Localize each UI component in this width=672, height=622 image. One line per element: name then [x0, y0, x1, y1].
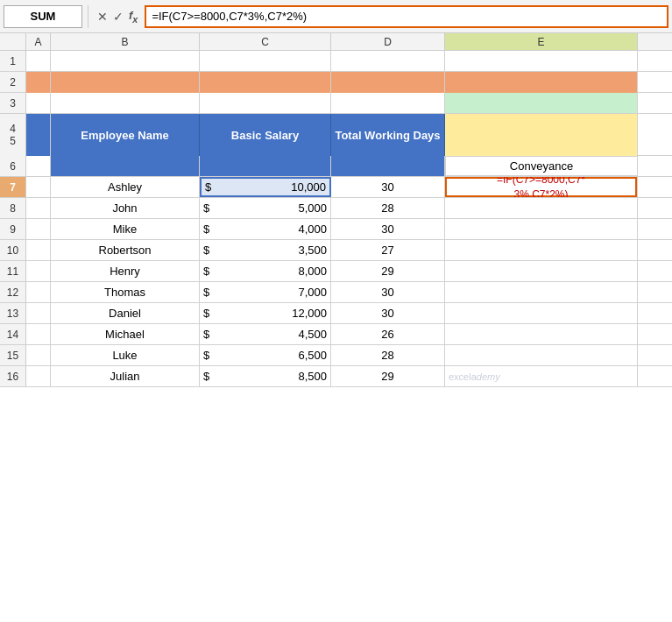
cell-a2[interactable] — [26, 72, 51, 93]
cell-c16[interactable]: $8,500 — [200, 366, 331, 386]
cell-d13[interactable]: 30 — [331, 303, 445, 323]
cell-a10[interactable] — [26, 240, 51, 260]
row-num-10: 10 — [0, 240, 26, 260]
spreadsheet: A B C D E 1 2 3 — [0, 33, 672, 387]
cell-c6[interactable] — [200, 156, 331, 176]
col-header-a[interactable]: A — [26, 33, 51, 50]
cell-e3[interactable] — [445, 93, 638, 113]
confirm-icon[interactable]: ✓ — [113, 10, 124, 24]
cell-d4-header[interactable]: Total Working Days — [331, 114, 445, 156]
cell-a3[interactable] — [26, 93, 51, 113]
watermark: excelademy — [449, 371, 500, 382]
cell-e14[interactable] — [445, 324, 638, 344]
cell-d16[interactable]: 29 — [331, 366, 445, 386]
cell-b7[interactable]: Ashley — [51, 177, 200, 197]
col-header-b[interactable]: B — [51, 33, 200, 50]
cell-e9[interactable] — [445, 219, 638, 239]
dollar-c7: $ — [205, 180, 211, 194]
formula-input[interactable]: =IF(C7>=8000,C7*3%,C7*2%) — [145, 5, 668, 28]
cell-d7[interactable]: 30 — [331, 177, 445, 197]
cell-d14[interactable]: 26 — [331, 324, 445, 344]
cell-d11[interactable]: 29 — [331, 261, 445, 281]
cell-c12[interactable]: $7,000 — [200, 282, 331, 302]
cell-c1[interactable] — [200, 51, 331, 71]
cell-e2[interactable] — [445, 72, 638, 93]
cell-a11[interactable] — [26, 261, 51, 281]
cell-c15[interactable]: $6,500 — [200, 345, 331, 365]
corner-cell — [0, 33, 26, 50]
cell-b15[interactable]: Luke — [51, 345, 200, 365]
cell-e4[interactable] — [445, 114, 638, 156]
cell-b10[interactable]: Robertson — [51, 240, 200, 260]
fx-icon[interactable]: fx — [129, 9, 138, 25]
cell-c10[interactable]: $3,500 — [200, 240, 331, 260]
row-12: 12 Thomas $7,000 30 — [0, 282, 672, 303]
cell-d1[interactable] — [331, 51, 445, 71]
cell-c9[interactable]: $4,000 — [200, 219, 331, 239]
cell-d6[interactable] — [331, 156, 445, 176]
cell-d10[interactable]: 27 — [331, 240, 445, 260]
cell-e11[interactable] — [445, 261, 638, 281]
cell-a14[interactable] — [26, 324, 51, 344]
row-num-2: 2 — [0, 72, 26, 92]
col-header-c[interactable]: C — [200, 33, 331, 50]
row-2: 2 — [0, 72, 672, 93]
cell-d15[interactable]: 28 — [331, 345, 445, 365]
cell-b14[interactable]: Michael — [51, 324, 200, 344]
row-8: 8 John $5,000 28 — [0, 198, 672, 219]
cell-a6[interactable] — [26, 156, 51, 176]
cell-e13[interactable] — [445, 303, 638, 323]
row-num-3: 3 — [0, 93, 26, 113]
salary-c7: 10,000 — [213, 180, 326, 194]
cell-b8[interactable]: John — [51, 198, 200, 218]
cell-e10[interactable] — [445, 240, 638, 260]
cell-b4-header[interactable]: Employee Name — [51, 114, 200, 156]
cell-e6-conveyance[interactable]: Conveyance — [445, 156, 638, 176]
cell-a8[interactable] — [26, 198, 51, 218]
cell-b16[interactable]: Julian — [51, 366, 200, 386]
cell-c3[interactable] — [200, 93, 331, 113]
cell-a15[interactable] — [26, 345, 51, 365]
cell-c13[interactable]: $12,000 — [200, 303, 331, 323]
cell-c14[interactable]: $4,500 — [200, 324, 331, 344]
row-num-7: 7 — [0, 177, 26, 197]
cell-a13[interactable] — [26, 303, 51, 323]
row-num-13: 13 — [0, 303, 26, 323]
cell-e16[interactable]: excelademy — [445, 366, 638, 386]
cell-d8[interactable]: 28 — [331, 198, 445, 218]
row-7: 7 Ashley $ 10,000 30 =IF(C7>=8000,C7*3%,… — [0, 177, 672, 198]
cell-b11[interactable]: Henry — [51, 261, 200, 281]
cell-c8[interactable]: $5,000 — [200, 198, 331, 218]
cell-b3[interactable] — [51, 93, 200, 113]
cell-c11[interactable]: $8,000 — [200, 261, 331, 281]
cell-e8[interactable] — [445, 198, 638, 218]
cell-a1[interactable] — [26, 51, 51, 71]
cell-b12[interactable]: Thomas — [51, 282, 200, 302]
cell-b9[interactable]: Mike — [51, 219, 200, 239]
cell-b6[interactable] — [51, 156, 200, 176]
cell-a7[interactable] — [26, 177, 51, 197]
cell-d9[interactable]: 30 — [331, 219, 445, 239]
cell-e15[interactable] — [445, 345, 638, 365]
cell-a16[interactable] — [26, 366, 51, 386]
cell-c2[interactable] — [200, 72, 331, 93]
name-box[interactable]: SUM — [4, 5, 82, 28]
cell-e12[interactable] — [445, 282, 638, 302]
cell-a12[interactable] — [26, 282, 51, 302]
cell-b1[interactable] — [51, 51, 200, 71]
cell-e1[interactable] — [445, 51, 638, 71]
col-header-e[interactable]: E — [445, 33, 638, 50]
col-header-d[interactable]: D — [331, 33, 445, 50]
cell-a9[interactable] — [26, 219, 51, 239]
cancel-icon[interactable]: ✕ — [97, 10, 108, 24]
cell-d12[interactable]: 30 — [331, 282, 445, 302]
cell-a4[interactable] — [26, 114, 51, 156]
cell-c7[interactable]: $ 10,000 — [200, 177, 331, 197]
cell-d3[interactable] — [331, 93, 445, 113]
column-headers: A B C D E — [0, 33, 672, 51]
cell-e7-formula[interactable]: =IF(C7>=8000,C7*3%,C7*2%) — [445, 177, 638, 197]
cell-b2[interactable] — [51, 72, 200, 93]
cell-d2[interactable] — [331, 72, 445, 93]
cell-c4-header[interactable]: Basic Salary — [200, 114, 331, 156]
cell-b13[interactable]: Daniel — [51, 303, 200, 323]
